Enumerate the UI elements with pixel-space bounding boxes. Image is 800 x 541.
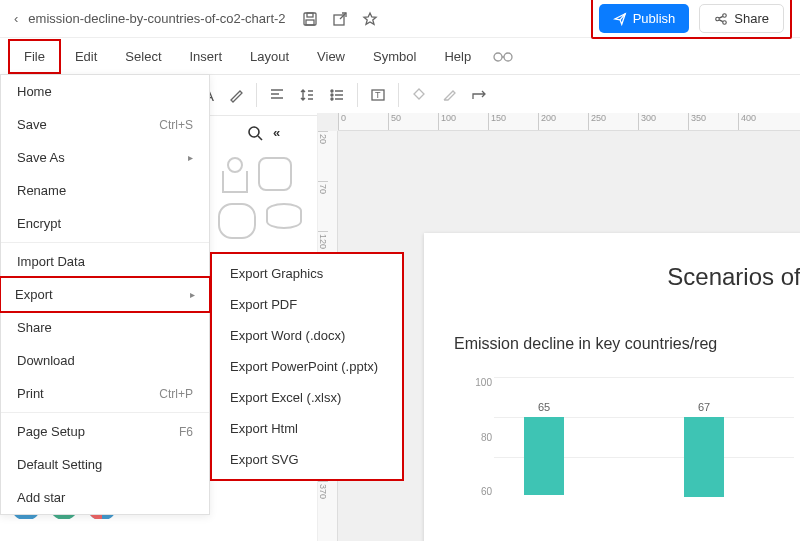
menu-symbol[interactable]: Symbol [359,41,430,72]
paper-plane-icon [613,12,627,26]
svg-rect-2 [306,20,314,25]
document-page[interactable]: Scenarios of Emission decline in key cou… [424,233,800,541]
file-export[interactable]: Export▸ [0,276,211,313]
file-import-data[interactable]: Import Data [1,245,209,278]
search-icon[interactable] [247,125,263,141]
file-home[interactable]: Home [1,75,209,108]
svg-point-8 [504,53,512,61]
export-powerpoint[interactable]: Export PowerPoint (.pptx) [212,351,402,382]
ruler-horizontal: 050100150200250300350400 [338,113,800,131]
y-axis: 100 80 60 [472,377,492,497]
menu-edit[interactable]: Edit [61,41,111,72]
highlight-button[interactable] [222,83,250,107]
align-button[interactable] [263,84,291,106]
top-bar: ‹ emission-decline-by-countries-of-co2-c… [0,0,800,38]
bullets-button[interactable] [323,84,351,106]
export-excel[interactable]: Export Excel (.xlsx) [212,382,402,413]
shape-cylinder[interactable] [266,203,302,229]
glasses-icon[interactable] [493,49,513,63]
file-dropdown: Home SaveCtrl+S Save As▸ Rename Encrypt … [0,74,210,515]
menu-file[interactable]: File [8,39,61,74]
menu-layout[interactable]: Layout [236,41,303,72]
file-default-setting[interactable]: Default Setting [1,448,209,481]
svg-text:T: T [375,90,381,100]
svg-point-10 [331,94,333,96]
shape-capsule[interactable] [218,203,256,239]
share-button[interactable]: Share [699,4,784,33]
menu-view[interactable]: View [303,41,359,72]
file-share[interactable]: Share [1,311,209,344]
publish-label: Publish [633,11,676,26]
line-spacing-button[interactable] [293,84,321,106]
back-arrow-icon[interactable]: ‹ [8,11,24,26]
svg-point-19 [249,127,259,137]
share-label: Share [734,11,769,26]
share-nodes-icon [714,12,728,26]
export-pdf[interactable]: Export PDF [212,289,402,320]
file-encrypt[interactable]: Encrypt [1,207,209,240]
file-print[interactable]: PrintCtrl+P [1,377,209,410]
connector-button[interactable] [465,84,495,106]
bar-chart: 100 80 60 65 67 [494,377,794,497]
shape-person[interactable] [218,157,248,193]
svg-point-11 [331,98,333,100]
file-save[interactable]: SaveCtrl+S [1,108,209,141]
textbox-button[interactable]: T [364,84,392,106]
collapse-icon[interactable]: « [273,125,280,141]
menu-help[interactable]: Help [430,41,485,72]
file-add-star[interactable]: Add star [1,481,209,514]
pencil-button[interactable] [435,83,463,107]
bar-1: 65 [524,401,564,497]
chart-subtitle: Emission decline in key countries/reg [454,335,800,353]
export-svg[interactable]: Export SVG [212,444,402,475]
document-title[interactable]: emission-decline-by-countries-of-co2-cha… [28,11,285,26]
svg-point-4 [716,17,720,21]
action-buttons-highlight: Publish Share [591,0,792,39]
file-download[interactable]: Download [1,344,209,377]
file-save-as[interactable]: Save As▸ [1,141,209,174]
fill-button[interactable] [405,83,433,107]
top-icon-group [302,11,378,27]
save-icon[interactable] [302,11,318,27]
export-submenu: Export Graphics Export PDF Export Word (… [210,252,404,481]
svg-point-7 [494,53,502,61]
export-graphics[interactable]: Export Graphics [212,258,402,289]
file-rename[interactable]: Rename [1,174,209,207]
bar-2: 67 [684,401,724,497]
svg-point-6 [723,20,727,24]
svg-point-9 [331,90,333,92]
publish-button[interactable]: Publish [599,4,690,33]
svg-point-5 [723,13,727,17]
svg-rect-1 [307,13,313,17]
panel-controls: « [210,119,317,147]
export-icon[interactable] [332,11,348,27]
menu-bar: File Edit Select Insert Layout View Symb… [0,38,800,74]
export-html[interactable]: Export Html [212,413,402,444]
menu-select[interactable]: Select [111,41,175,72]
chart-title: Scenarios of [444,263,800,291]
menu-insert[interactable]: Insert [176,41,237,72]
shape-rounded-rect[interactable] [258,157,292,191]
star-icon[interactable] [362,11,378,27]
export-word[interactable]: Export Word (.docx) [212,320,402,351]
file-page-setup[interactable]: Page SetupF6 [1,415,209,448]
